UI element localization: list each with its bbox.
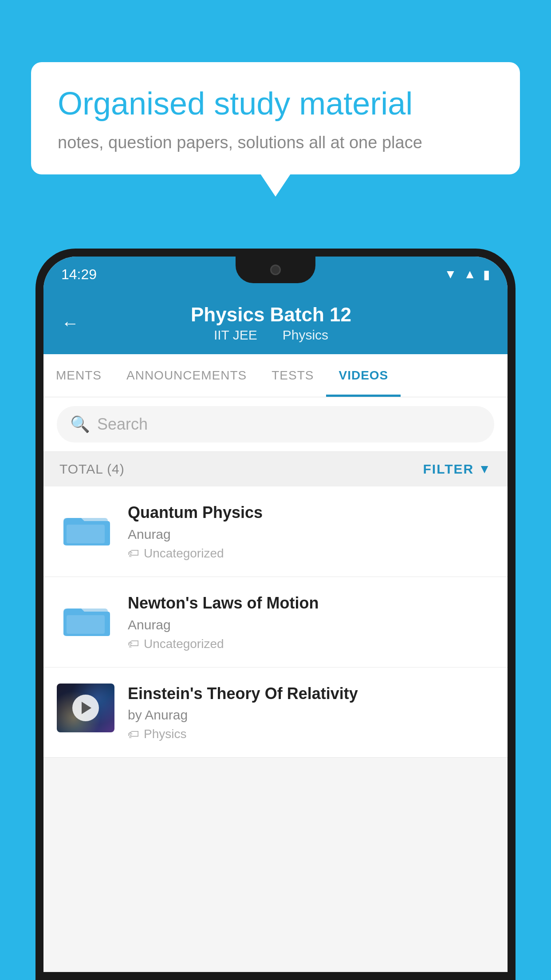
video-title: Quantum Physics <box>128 502 494 523</box>
folder-icon <box>61 597 110 637</box>
video-info-einstein: Einstein's Theory Of Relativity by Anura… <box>128 684 494 742</box>
tag-icon: 🏷 <box>128 727 139 741</box>
header-title-section: Physics Batch 12 IIT JEE Physics <box>92 304 450 343</box>
video-tag: 🏷 Uncategorized <box>128 546 494 561</box>
tab-tests[interactable]: TESTS <box>259 354 326 397</box>
speech-bubble-subtitle: notes, question papers, solutions all at… <box>58 133 493 152</box>
speech-bubble: Organised study material notes, question… <box>31 62 520 174</box>
header-title: Physics Batch 12 <box>92 304 450 326</box>
filter-icon: ▼ <box>478 462 492 476</box>
status-icons: ▼ ▲ ▮ <box>445 267 490 282</box>
status-bar: 14:29 ▼ ▲ ▮ <box>43 257 508 292</box>
video-thumb-quantum <box>57 502 114 551</box>
notch <box>236 257 315 283</box>
wifi-icon: ▼ <box>445 267 457 281</box>
tag-label: Physics <box>144 727 186 741</box>
speech-bubble-title: Organised study material <box>58 84 493 122</box>
signal-icon: ▲ <box>464 267 476 281</box>
svg-rect-1 <box>67 525 105 543</box>
list-item[interactable]: Einstein's Theory Of Relativity by Anura… <box>43 668 508 758</box>
camera-dot <box>270 265 281 275</box>
header-subtitle: IIT JEE Physics <box>92 328 450 343</box>
total-count: TOTAL (4) <box>59 462 125 477</box>
folder-icon <box>61 507 110 547</box>
header-subtitle-iitjee: IIT JEE <box>214 328 257 342</box>
play-button[interactable] <box>72 695 99 721</box>
tab-announcements[interactable]: ANNOUNCEMENTS <box>114 354 259 397</box>
video-list: Quantum Physics Anurag 🏷 Uncategorized <box>43 486 508 758</box>
play-triangle-icon <box>82 702 91 714</box>
tag-icon: 🏷 <box>128 546 139 560</box>
battery-icon: ▮ <box>483 267 490 282</box>
video-tag: 🏷 Uncategorized <box>128 637 494 651</box>
tab-ments[interactable]: MENTS <box>43 354 114 397</box>
tabs-bar: MENTS ANNOUNCEMENTS TESTS VIDEOS <box>43 354 508 397</box>
tag-icon: 🏷 <box>128 637 139 651</box>
list-item[interactable]: Quantum Physics Anurag 🏷 Uncategorized <box>43 486 508 577</box>
video-title: Newton's Laws of Motion <box>128 593 494 614</box>
search-input-wrapper[interactable]: 🔍 Search <box>57 406 494 443</box>
app-header: ← Physics Batch 12 IIT JEE Physics <box>43 292 508 354</box>
header-subtitle-sep <box>268 328 276 342</box>
filter-label: FILTER <box>423 462 474 477</box>
phone-inner: 14:29 ▼ ▲ ▮ ← Physics Batch 12 IIT JEE P… <box>43 257 508 972</box>
phone-frame: 14:29 ▼ ▲ ▮ ← Physics Batch 12 IIT JEE P… <box>35 249 516 980</box>
list-item[interactable]: Newton's Laws of Motion Anurag 🏷 Uncateg… <box>43 577 508 668</box>
search-icon: 🔍 <box>70 415 90 434</box>
search-section: 🔍 Search <box>43 397 508 452</box>
status-time: 14:29 <box>61 266 97 283</box>
speech-bubble-container: Organised study material notes, question… <box>31 62 520 174</box>
tag-label: Uncategorized <box>144 637 224 651</box>
video-tag: 🏷 Physics <box>128 727 494 741</box>
svg-rect-3 <box>67 615 105 634</box>
video-author: Anurag <box>128 527 494 542</box>
tag-label: Uncategorized <box>144 546 224 561</box>
video-author: Anurag <box>128 617 494 632</box>
video-info-newton: Newton's Laws of Motion Anurag 🏷 Uncateg… <box>128 593 494 651</box>
video-title: Einstein's Theory Of Relativity <box>128 684 494 704</box>
back-button[interactable]: ← <box>61 313 79 333</box>
video-thumb-newton <box>57 593 114 642</box>
video-thumb-einstein <box>57 684 114 732</box>
search-placeholder: Search <box>97 415 148 434</box>
video-thumbnail-image <box>57 684 114 732</box>
filter-button[interactable]: FILTER ▼ <box>423 462 492 477</box>
tab-videos[interactable]: VIDEOS <box>326 354 401 397</box>
filter-bar: TOTAL (4) FILTER ▼ <box>43 452 508 486</box>
header-subtitle-physics: Physics <box>283 328 328 342</box>
video-info-quantum: Quantum Physics Anurag 🏷 Uncategorized <box>128 502 494 561</box>
video-author: by Anurag <box>128 707 494 723</box>
